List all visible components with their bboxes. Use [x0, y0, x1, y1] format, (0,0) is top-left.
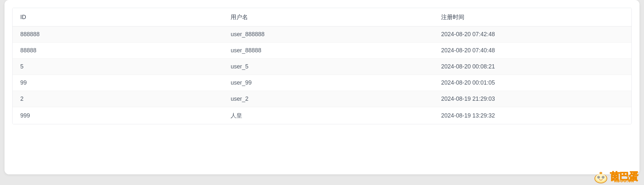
- svg-point-5: [603, 177, 604, 178]
- cell-username: user_2: [223, 91, 433, 107]
- cell-registered-at: 2024-08-20 07:42:48: [433, 26, 631, 43]
- cell-username: 人皇: [223, 107, 433, 124]
- table-row[interactable]: 5user_52024-08-20 00:08:21: [13, 59, 631, 75]
- cell-registered-at: 2024-08-20 00:01:05: [433, 75, 631, 91]
- site-watermark: 茵巴蛋 NBOO.CN: [593, 171, 638, 184]
- content-card: ID 用户名 注册时间 888888user_8888882024-08-20 …: [5, 0, 639, 174]
- header-id[interactable]: ID: [13, 8, 223, 26]
- watermark-sub: NBOO.CN: [614, 180, 634, 182]
- cell-username: user_88888: [223, 43, 433, 59]
- table-header-row: ID 用户名 注册时间: [13, 8, 631, 26]
- cell-registered-at: 2024-08-20 07:40:48: [433, 43, 631, 59]
- svg-point-4: [598, 177, 599, 178]
- cell-id: 888888: [13, 26, 223, 43]
- mascot-icon: [593, 171, 608, 184]
- cell-username: user_5: [223, 59, 433, 75]
- table-row[interactable]: 99user_992024-08-20 00:01:05: [13, 75, 631, 91]
- cell-registered-at: 2024-08-20 00:08:21: [433, 59, 631, 75]
- table-row[interactable]: 999人皇2024-08-19 13:29:32: [13, 107, 631, 124]
- cell-id: 88888: [13, 43, 223, 59]
- header-registered-at[interactable]: 注册时间: [433, 8, 631, 26]
- table-wrapper: ID 用户名 注册时间 888888user_8888882024-08-20 …: [12, 8, 632, 124]
- user-table: ID 用户名 注册时间 888888user_8888882024-08-20 …: [13, 8, 631, 124]
- cell-username: user_99: [223, 75, 433, 91]
- header-username[interactable]: 用户名: [223, 8, 433, 26]
- cell-id: 5: [13, 59, 223, 75]
- cell-username: user_888888: [223, 26, 433, 43]
- table-row[interactable]: 2user_22024-08-19 21:29:03: [13, 91, 631, 107]
- cell-id: 999: [13, 107, 223, 124]
- table-row[interactable]: 88888user_888882024-08-20 07:40:48: [13, 43, 631, 59]
- cell-id: 99: [13, 75, 223, 91]
- watermark-text: 茵巴蛋 NBOO.CN: [610, 172, 638, 183]
- cell-registered-at: 2024-08-19 13:29:32: [433, 107, 631, 124]
- cell-id: 2: [13, 91, 223, 107]
- cell-registered-at: 2024-08-19 21:29:03: [433, 91, 631, 107]
- table-row[interactable]: 888888user_8888882024-08-20 07:42:48: [13, 26, 631, 43]
